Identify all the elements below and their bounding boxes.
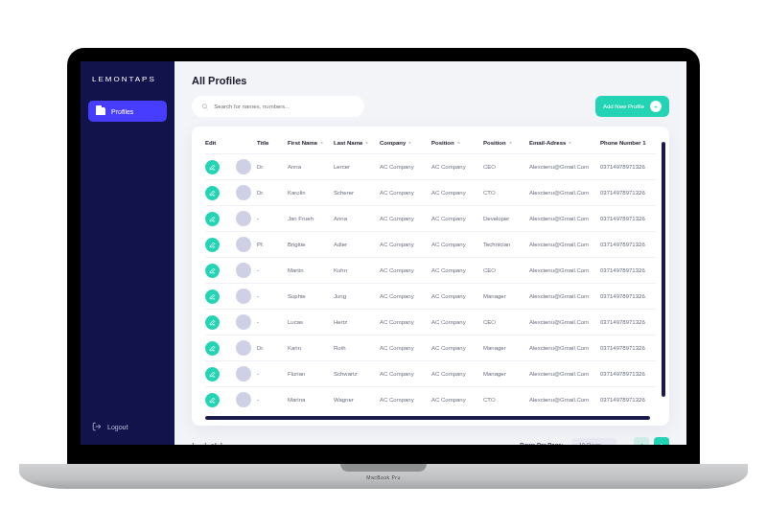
column-position-b[interactable]: Position <box>483 140 525 146</box>
pencil-icon <box>209 267 216 274</box>
edit-row-button[interactable] <box>205 289 220 304</box>
edit-row-button[interactable] <box>205 160 220 174</box>
pencil-icon <box>209 242 216 248</box>
device-label: MacBook Pro <box>366 474 401 480</box>
table-row[interactable]: Dr. Karolin Scherer AC Company AC Compan… <box>205 179 656 205</box>
edit-row-button[interactable] <box>205 212 220 226</box>
briefcase-icon <box>96 107 105 115</box>
pencil-icon <box>209 293 216 300</box>
cell-position-b: Manager <box>483 293 525 299</box>
cell-phone: 03714978971326 <box>600 319 656 325</box>
column-email[interactable]: Email-Adress <box>529 140 596 146</box>
cell-title: - <box>257 371 284 377</box>
cell-phone: 03714978971326 <box>600 371 656 377</box>
cell-position-b: Manager <box>483 371 525 377</box>
chevron-down-icon: ▾ <box>606 442 609 446</box>
cell-position-a: AC Company <box>431 164 479 170</box>
table-row[interactable]: - Lucas Hertz AC Company AC Company CEO … <box>205 309 656 335</box>
table-row[interactable]: Dr. Anna Lercer AC Company AC Company CE… <box>205 153 656 179</box>
cell-position-a: AC Company <box>431 293 479 299</box>
vertical-scrollbar[interactable] <box>662 142 665 397</box>
pencil-icon <box>209 164 216 171</box>
cell-phone: 03714978971326 <box>600 242 656 247</box>
cell-position-b: CTO <box>483 397 525 403</box>
table-row[interactable]: - Jan Frueh Anna AC Company AC Company D… <box>205 205 656 231</box>
cell-position-b: Manager <box>483 345 525 351</box>
cell-email: Alexcienu@Gmail.Com <box>529 216 596 221</box>
cell-title: - <box>257 267 284 273</box>
avatar <box>236 314 251 330</box>
column-first-name[interactable]: First Name <box>288 140 330 146</box>
avatar <box>236 211 251 226</box>
logout-label: Logout <box>107 424 128 430</box>
cell-last-name: Jung <box>334 293 376 299</box>
edit-row-button[interactable] <box>205 393 220 407</box>
column-edit: Edit <box>205 140 232 146</box>
edit-row-button[interactable] <box>205 238 220 252</box>
column-title[interactable]: Title <box>257 140 284 146</box>
pencil-icon <box>209 345 216 352</box>
cell-first-name: Sophie <box>288 293 330 299</box>
column-company[interactable]: Company <box>380 140 428 146</box>
edit-row-button[interactable] <box>205 341 220 356</box>
cell-email: Alexcienu@Gmail.Com <box>529 267 596 273</box>
table-row[interactable]: - Marina Wagner AC Company AC Company CT… <box>205 386 656 412</box>
logout-icon <box>92 422 102 431</box>
rows-per-page-label: Rows Per Page: <box>520 442 563 445</box>
cell-company: AC Company <box>380 371 428 377</box>
prev-page-button[interactable]: ‹ <box>634 437 649 445</box>
rows-per-page-select[interactable]: 10 Rows ▾ <box>571 438 616 446</box>
cell-title: Dr. <box>257 190 284 196</box>
pencil-icon <box>209 397 216 404</box>
column-phone[interactable]: Phone Number 1 <box>600 140 656 146</box>
laptop-base: MacBook Pro <box>19 464 748 489</box>
horizontal-scrollbar[interactable] <box>205 416 650 420</box>
pencil-icon <box>209 319 216 326</box>
cell-title: Dr. <box>257 164 284 170</box>
avatar <box>236 237 251 252</box>
cell-email: Alexcienu@Gmail.Com <box>529 293 596 299</box>
edit-row-button[interactable] <box>205 186 220 200</box>
column-last-name[interactable]: Last Name <box>334 140 376 146</box>
cell-title: - <box>257 397 284 403</box>
edit-row-button[interactable] <box>205 367 220 382</box>
column-position-a[interactable]: Position <box>431 140 479 146</box>
edit-row-button[interactable] <box>205 264 220 278</box>
cell-first-name: Jan Frueh <box>288 216 330 221</box>
table-row[interactable]: Dr. Karin Roth AC Company AC Company Man… <box>205 335 656 360</box>
table-row[interactable]: Pf. Brigitte Adler AC Company AC Company… <box>205 231 656 257</box>
cell-first-name: Martin <box>288 267 330 273</box>
cell-position-b: CEO <box>483 319 525 325</box>
cell-email: Alexcienu@Gmail.Com <box>529 242 596 247</box>
cell-last-name: Kuhn <box>334 267 376 273</box>
cell-position-b: Developer <box>483 216 525 221</box>
sidebar-item-profiles[interactable]: Profiles <box>88 101 167 122</box>
cell-last-name: Scherer <box>334 190 376 196</box>
next-page-button[interactable]: › <box>654 437 669 445</box>
table-row[interactable]: - Martin Kuhn AC Company AC Company CEO … <box>205 257 656 283</box>
edit-row-button[interactable] <box>205 315 220 330</box>
cell-last-name: Roth <box>334 345 376 351</box>
table-row[interactable]: - Florian Schwartz AC Company AC Company… <box>205 360 656 386</box>
cell-phone: 03714978971326 <box>600 397 656 403</box>
add-profile-button[interactable]: Add New Profile + <box>595 96 669 117</box>
search-icon <box>201 103 208 110</box>
add-profile-label: Add New Profile <box>603 104 644 109</box>
cell-company: AC Company <box>380 293 428 299</box>
cell-company: AC Company <box>380 267 428 273</box>
logout-button[interactable]: Logout <box>81 408 174 445</box>
cell-company: AC Company <box>380 345 428 351</box>
table-row[interactable]: - Sophie Jung AC Company AC Company Mana… <box>205 283 656 309</box>
cell-last-name: Hertz <box>334 319 376 325</box>
avatar <box>236 289 251 304</box>
cell-last-name: Anna <box>334 216 376 221</box>
avatar <box>236 159 251 174</box>
cell-first-name: Lucas <box>288 319 330 325</box>
search-field[interactable] <box>214 104 355 109</box>
main-content: All Profiles Add New Profile + Edit <box>174 61 686 445</box>
cell-phone: 03714978971326 <box>600 216 656 221</box>
search-input[interactable] <box>192 96 364 117</box>
cell-phone: 03714978971326 <box>600 345 656 351</box>
svg-point-0 <box>202 104 206 108</box>
cell-first-name: Karin <box>288 345 330 351</box>
